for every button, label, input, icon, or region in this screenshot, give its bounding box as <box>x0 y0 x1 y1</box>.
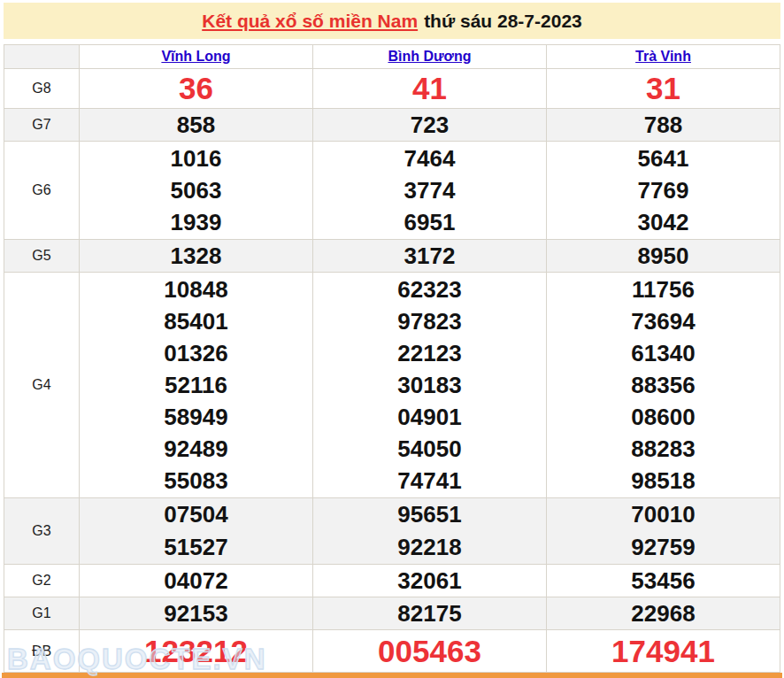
prize-label: G5 <box>4 240 80 273</box>
prize-label: G2 <box>4 565 80 597</box>
prize-label: G7 <box>4 109 80 142</box>
prize-number: 62323 <box>313 274 546 305</box>
header-row: Vĩnh Long Bình Dương Trà Vinh <box>4 45 780 69</box>
province-header-tra-vinh: Trà Vinh <box>547 45 780 69</box>
prize-number: 58949 <box>80 401 312 433</box>
bottom-accent-bar <box>2 673 782 678</box>
province-link-vinh-long[interactable]: Vĩnh Long <box>161 49 230 64</box>
province-header-vinh-long: Vĩnh Long <box>80 45 313 69</box>
prize-number: 73694 <box>547 305 780 337</box>
prize-number: 92218 <box>313 531 546 564</box>
prize-number: 52116 <box>80 369 312 401</box>
prize-number: 70010 <box>547 498 780 531</box>
prize-number: 07504 <box>80 498 312 531</box>
prize-number: 97823 <box>313 305 546 337</box>
prize-row-g8: G8 36 41 31 <box>4 69 780 109</box>
prize-number: 04901 <box>313 401 546 433</box>
header-label-cell <box>4 45 80 69</box>
prize-number: 22968 <box>547 597 780 629</box>
prize-number: 85401 <box>80 305 312 337</box>
prize-label: G6 <box>4 142 80 240</box>
prize-number: 41 <box>313 69 546 108</box>
prize-label: G4 <box>4 273 80 498</box>
prize-number: 174941 <box>547 632 780 671</box>
prize-number: 98518 <box>547 465 780 497</box>
prize-row-db: ĐB 123212 005463 174941 <box>4 630 780 673</box>
prize-label: G8 <box>4 69 80 109</box>
prize-row-g3: G3 07504 51527 95651 92218 70010 92759 <box>4 498 780 565</box>
prize-number: 7464 <box>313 143 546 174</box>
prize-number: 92489 <box>80 433 312 465</box>
prize-number: 3774 <box>313 174 546 206</box>
lottery-results-table: Vĩnh Long Bình Dương Trà Vinh G8 36 41 3… <box>4 44 780 673</box>
prize-number: 95651 <box>313 498 546 531</box>
prize-number: 04072 <box>80 565 312 597</box>
prize-number: 10848 <box>80 274 312 305</box>
prize-number: 61340 <box>547 337 780 369</box>
prize-number: 123212 <box>80 632 312 671</box>
prize-number: 30183 <box>313 369 546 401</box>
prize-number: 788 <box>547 109 780 141</box>
prize-number: 5063 <box>80 174 312 206</box>
prize-number: 723 <box>313 109 546 141</box>
prize-number: 01326 <box>80 337 312 369</box>
prize-row-g6: G6 1016 5063 1939 7464 3774 6951 5641 77… <box>4 142 780 240</box>
prize-number: 55083 <box>80 465 312 497</box>
province-header-binh-duong: Bình Dương <box>313 45 547 69</box>
prize-number: 22123 <box>313 337 546 369</box>
prize-number: 3042 <box>547 206 780 238</box>
prize-number: 32061 <box>313 565 546 597</box>
prize-number: 08600 <box>547 401 780 433</box>
prize-row-g7: G7 858 723 788 <box>4 109 780 142</box>
prize-number: 7769 <box>547 174 780 206</box>
prize-number: 005463 <box>313 632 546 671</box>
title-bar: Kết quả xổ số miền Nam thứ sáu 28-7-2023 <box>4 3 780 39</box>
prize-number: 36 <box>80 69 312 108</box>
prize-number: 3172 <box>313 240 546 272</box>
prize-row-g2: G2 04072 32061 53456 <box>4 565 780 597</box>
prize-row-g5: G5 1328 3172 8950 <box>4 240 780 273</box>
prize-label: G3 <box>4 498 80 565</box>
title-link[interactable]: Kết quả xổ số miền Nam <box>202 11 418 32</box>
prize-number: 92759 <box>547 531 780 564</box>
prize-label: G1 <box>4 597 80 630</box>
prize-number: 92153 <box>80 597 312 629</box>
prize-number: 1016 <box>80 143 312 174</box>
prize-number: 54050 <box>313 433 546 465</box>
province-link-tra-vinh[interactable]: Trà Vinh <box>635 49 691 64</box>
prize-label: ĐB <box>4 630 80 673</box>
prize-number: 51527 <box>80 531 312 564</box>
prize-row-g1: G1 92153 82175 22968 <box>4 597 780 630</box>
prize-number: 858 <box>80 109 312 141</box>
province-link-binh-duong[interactable]: Bình Dương <box>388 49 471 64</box>
prize-number: 11756 <box>547 274 780 305</box>
prize-number: 31 <box>547 69 780 108</box>
prize-number: 53456 <box>547 565 780 597</box>
prize-number: 1328 <box>80 240 312 272</box>
prize-number: 74741 <box>313 465 546 497</box>
prize-number: 88283 <box>547 433 780 465</box>
prize-number: 5641 <box>547 143 780 174</box>
prize-number: 88356 <box>547 369 780 401</box>
prize-row-g4: G4 10848 85401 01326 52116 58949 92489 5… <box>4 273 780 498</box>
title-date: thứ sáu 28-7-2023 <box>424 11 582 32</box>
prize-number: 8950 <box>547 240 780 272</box>
prize-number: 82175 <box>313 597 546 629</box>
prize-number: 6951 <box>313 206 546 238</box>
prize-number: 1939 <box>80 206 312 238</box>
